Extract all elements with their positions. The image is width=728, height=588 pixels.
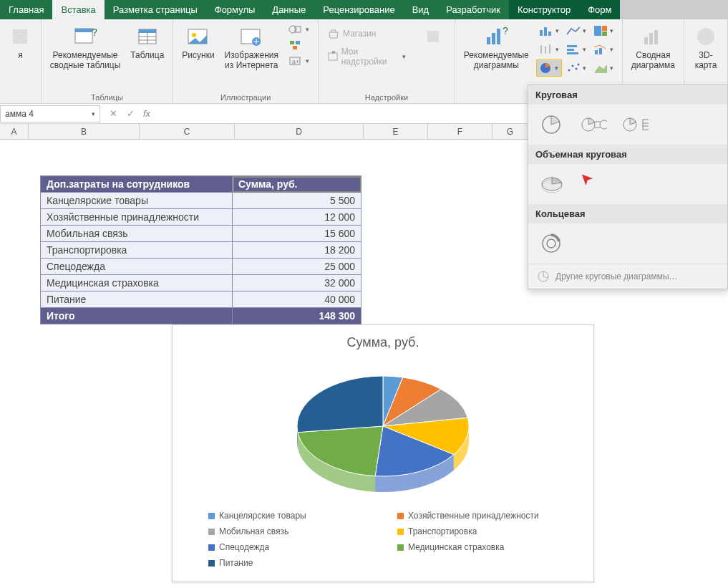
tab-вид[interactable]: Вид bbox=[404, 0, 438, 19]
table-button[interactable]: Таблица bbox=[127, 22, 167, 62]
svg-rect-24 bbox=[492, 33, 495, 44]
table-cell[interactable]: 18 200 bbox=[233, 242, 361, 259]
table-header[interactable]: Доп.затраты на сотрудников bbox=[41, 176, 233, 193]
tab-рецензирование[interactable]: Рецензирование bbox=[314, 0, 403, 19]
table-cell[interactable]: Транспортировка bbox=[41, 242, 233, 259]
table-header[interactable]: Сумма, руб. bbox=[233, 176, 361, 193]
myaddins-button[interactable]: Мои надстройки▾ bbox=[324, 45, 409, 68]
table-cell[interactable]: 5 500 bbox=[233, 193, 361, 209]
column-header-C[interactable]: C bbox=[140, 124, 235, 139]
tab-разработчик[interactable]: Разработчик bbox=[437, 0, 509, 19]
3d-map-label: 3D- карта bbox=[695, 51, 717, 71]
3d-map-button[interactable]: 3D- карта bbox=[690, 22, 722, 72]
table-cell[interactable]: 15 600 bbox=[233, 226, 361, 242]
donut-option[interactable] bbox=[540, 233, 566, 254]
legend-label: Транспортировка bbox=[408, 526, 477, 536]
tab-форм[interactable]: Форм bbox=[579, 0, 620, 19]
store-button[interactable]: Магазин bbox=[324, 26, 409, 41]
tab-конструктор[interactable]: Конструктор bbox=[509, 0, 579, 19]
table-total-cell[interactable]: Итого bbox=[41, 308, 233, 324]
tab-главная[interactable]: Главная bbox=[0, 0, 52, 19]
online-pics-button[interactable]: Изображения из Интернета bbox=[222, 22, 281, 72]
bar-of-pie-option[interactable] bbox=[623, 115, 649, 135]
table-cell[interactable]: Канцелярские товары bbox=[41, 193, 233, 209]
table-cell[interactable]: 40 000 bbox=[233, 291, 361, 308]
formula-enter-icon[interactable]: ✓ bbox=[122, 108, 139, 119]
table-cell[interactable]: 32 000 bbox=[233, 275, 361, 291]
table-cell[interactable]: Медицинская страховка bbox=[41, 275, 233, 291]
group-illustrations: Рисунки Изображения из Интернета ▾ a+▾ И… bbox=[173, 19, 319, 103]
bing-icon[interactable] bbox=[417, 22, 449, 51]
table-total-cell[interactable]: 148 300 bbox=[233, 308, 361, 324]
legend-item[interactable]: Медицинская страховка bbox=[397, 542, 558, 552]
dd-section-donut: Кольцевая bbox=[528, 204, 727, 223]
table-cell[interactable]: Питание bbox=[41, 291, 233, 308]
screenshot-icon[interactable]: a+▾ bbox=[286, 54, 312, 68]
column-header-A[interactable]: A bbox=[0, 124, 29, 139]
table-cell[interactable]: Спецодежда bbox=[41, 259, 233, 275]
legend-swatch bbox=[208, 513, 215, 519]
chart-stock-icon[interactable]: ▾ bbox=[536, 41, 562, 58]
myaddins-label: Мои надстройки bbox=[341, 47, 398, 67]
column-header-B[interactable]: B bbox=[29, 124, 140, 139]
name-box[interactable]: амма 4▾ bbox=[0, 105, 100, 122]
legend-label: Медицинская страховка bbox=[408, 542, 504, 552]
more-pie-charts-button[interactable]: Другие круговые диаграммы… bbox=[528, 264, 727, 289]
shapes-icon[interactable]: ▾ bbox=[286, 22, 312, 37]
table-cell[interactable]: 25 000 bbox=[233, 259, 361, 275]
tab-формулы[interactable]: Формулы bbox=[206, 0, 264, 19]
chart-legend[interactable]: Канцелярские товарыХозяйственные принадл… bbox=[173, 502, 593, 577]
recommended-charts-button[interactable]: ? Рекомендуемые диаграммы bbox=[461, 22, 532, 72]
legend-swatch bbox=[397, 529, 404, 535]
column-header-G[interactable]: G bbox=[492, 124, 528, 139]
column-header-D[interactable]: D bbox=[235, 124, 364, 139]
group-tables-label: Таблицы bbox=[91, 92, 123, 102]
pie-of-pie-option[interactable] bbox=[581, 115, 607, 135]
chart-treemap-icon[interactable]: ▾ bbox=[591, 22, 616, 39]
table-cell[interactable]: Хозяйственные принадлежности bbox=[41, 209, 233, 226]
chart-title[interactable]: Сумма, руб. bbox=[173, 325, 593, 355]
pivot-chart-button[interactable]: Сводная диаграмма bbox=[628, 22, 678, 72]
table-cell[interactable]: Мобильная связь bbox=[41, 226, 233, 242]
pie-chart-dropdown: Круговая Объемная круговая ➤ Кольцевая Д… bbox=[528, 85, 728, 289]
table-cell[interactable]: 12 000 bbox=[233, 209, 361, 226]
group-addins-label: Надстройки bbox=[365, 92, 408, 102]
tab-данные[interactable]: Данные bbox=[263, 0, 314, 19]
legend-item[interactable]: Спецодежда bbox=[208, 542, 369, 552]
pie-2d-option[interactable] bbox=[540, 115, 566, 135]
legend-item[interactable]: Канцелярские товары bbox=[208, 511, 369, 521]
recommended-pivot-button[interactable]: ? Рекомендуемые сводные таблицы bbox=[47, 22, 123, 72]
pie-slice[interactable] bbox=[297, 376, 383, 433]
name-box-value: амма 4 bbox=[5, 109, 34, 119]
column-header-E[interactable]: E bbox=[364, 124, 428, 139]
chart-line-icon[interactable]: ▾ bbox=[563, 22, 589, 39]
legend-item[interactable]: Транспортировка bbox=[397, 526, 558, 536]
legend-item[interactable]: Мобильная связь bbox=[208, 526, 369, 536]
tab-вставка[interactable]: Вставка bbox=[52, 0, 104, 19]
chart-plot-area[interactable] bbox=[173, 355, 593, 502]
svg-rect-49 bbox=[654, 30, 658, 44]
chart-scatter-icon[interactable]: ▾ bbox=[563, 59, 589, 77]
smartart-icon[interactable] bbox=[286, 38, 312, 52]
chart-surface-icon[interactable]: ▾ bbox=[591, 59, 616, 77]
pie-chart-object[interactable]: Сумма, руб. Канцелярские товарыХозяйстве… bbox=[172, 324, 594, 582]
svg-rect-47 bbox=[644, 37, 648, 44]
formula-cancel-icon[interactable]: ✕ bbox=[105, 108, 122, 119]
pie-3d-option[interactable] bbox=[540, 174, 566, 194]
column-header-F[interactable]: F bbox=[428, 124, 492, 139]
legend-label: Мобильная связь bbox=[219, 526, 288, 536]
legend-item[interactable]: Хозяйственные принадлежности bbox=[397, 511, 558, 521]
legend-item[interactable]: Питание bbox=[208, 558, 369, 568]
tab-разметка страницы[interactable]: Разметка страницы bbox=[105, 0, 206, 19]
svg-rect-27 bbox=[540, 30, 543, 36]
chart-column-icon[interactable]: ▾ bbox=[536, 22, 562, 39]
group-illustrations-label: Иллюстрации bbox=[220, 92, 271, 102]
pivot-small[interactable]: я bbox=[4, 22, 36, 62]
pictures-button[interactable]: Рисунки bbox=[179, 22, 217, 62]
chart-combo-icon[interactable]: ▾ bbox=[591, 41, 616, 58]
svg-rect-21 bbox=[332, 51, 335, 54]
chart-bar-icon[interactable]: ▾ bbox=[563, 41, 589, 58]
chart-pie-icon[interactable]: ▾ bbox=[536, 59, 562, 77]
fx-icon[interactable]: fx bbox=[139, 108, 155, 119]
svg-rect-57 bbox=[643, 120, 649, 130]
